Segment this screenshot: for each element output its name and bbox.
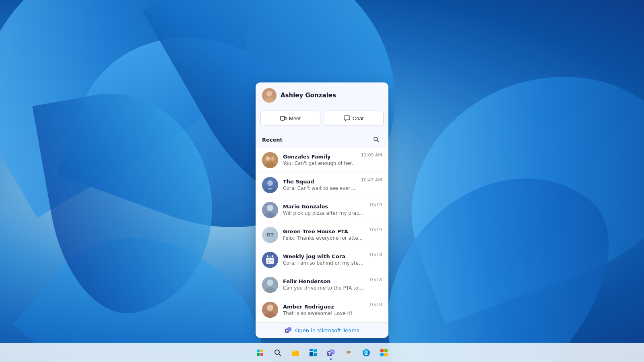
svg-rect-22 [268,260,269,261]
chat-preview: Felix: Thanks everyone for attending tod… [283,235,364,241]
svg-rect-43 [310,349,313,351]
chat-item-amber-rodriguez[interactable]: Amber Rodriguez That is so awesome! Love… [256,297,388,322]
svg-point-4 [374,137,378,141]
svg-text:T: T [328,352,331,356]
chat-content-mario-gonzales: Mario Gonzales Will pick up pizza after … [283,204,364,216]
chat-item-weekly-jog[interactable]: Weekly jog with Cora Cora: I am so behin… [256,247,388,272]
svg-point-49 [331,349,333,352]
svg-rect-56 [380,349,384,352]
svg-rect-53 [347,352,351,353]
panel-header: Ashley Gonzales [256,82,388,107]
svg-rect-37 [257,353,260,356]
taskbar: T [0,343,644,362]
chat-avatar-gonzales-family [262,152,278,168]
svg-rect-36 [260,350,263,352]
chat-item-the-squad[interactable]: The Squad Cora: Can't wait to see everyo… [256,173,388,197]
chat-content-felix-henderson: Felix Henderson Can you drive me to the … [283,278,364,291]
taskbar-icon-search[interactable] [270,345,286,361]
chat-name: Amber Rodriguez [283,304,364,310]
svg-point-15 [267,205,273,211]
chat-name: The Squad [283,179,356,185]
taskbar-icon-windows-start[interactable] [252,345,268,361]
chat-button[interactable]: Chat [324,111,384,126]
svg-rect-42 [292,350,295,352]
teams-chat-panel: Ashley Gonzales Meet Chat Recent [256,82,388,338]
svg-point-29 [267,304,273,311]
svg-rect-35 [257,350,260,352]
recent-label: Recent [262,137,283,143]
svg-point-33 [289,327,291,329]
chat-name: Weekly jog with Cora [283,253,364,259]
svg-point-39 [275,350,279,354]
svg-point-26 [267,280,273,286]
chat-item-mario-gonzales[interactable]: Mario Gonzales Will pick up pizza after … [256,197,388,222]
chat-name: Mario Gonzales [283,204,364,210]
chat-item-gonzales-family[interactable]: Gonzales Family You: Can't get enough of… [256,148,388,173]
action-buttons-row: Meet Chat [256,107,388,131]
svg-point-7 [266,156,270,160]
meet-icon [280,115,287,121]
taskbar-icon-files[interactable] [341,345,357,361]
svg-rect-13 [268,188,272,189]
taskbar-icon-store[interactable] [376,345,392,361]
chat-content-weekly-jog: Weekly jog with Cora Cora: I am so behin… [283,253,364,266]
recent-section-header: Recent [256,131,388,148]
chat-preview: Cora: I am so behind on my step goals. [283,260,364,266]
svg-rect-46 [314,353,317,356]
taskbar-icon-edge[interactable] [358,345,374,361]
svg-rect-3 [281,116,285,120]
svg-rect-24 [268,262,269,263]
svg-point-1 [266,91,272,97]
chat-content-green-tree-house: Green Tree House PTA Felix: Thanks every… [283,228,364,241]
chat-time: 10/18 [369,277,382,282]
chat-avatar-mario-gonzales [262,202,278,218]
taskbar-icon-teams[interactable]: T [323,345,339,361]
chat-preview: Can you drive me to the PTA today? [283,285,364,291]
svg-rect-54 [347,354,349,354]
chat-icon [344,115,350,121]
user-avatar [262,88,277,103]
svg-rect-58 [380,353,384,356]
svg-rect-23 [271,260,272,261]
svg-rect-57 [384,349,388,352]
taskbar-icon-file-explorer[interactable] [287,345,303,361]
search-recent-button[interactable] [371,134,382,145]
chat-avatar-weekly-jog [262,252,278,268]
taskbar-icon-widgets[interactable] [305,345,321,361]
open-in-teams-label: Open in Microsoft Teams [295,327,359,333]
svg-text:T: T [286,330,288,333]
svg-line-40 [279,354,281,356]
chat-time: 10/18 [369,252,382,257]
chat-name: Gonzales Family [283,154,356,160]
chat-list: Gonzales Family You: Can't get enough of… [256,148,388,322]
svg-rect-52 [347,351,351,352]
chat-preview: Cora: Can't wait to see everyone! [283,185,356,191]
chat-avatar-green-tree-house: GT [262,227,278,243]
teams-logo-icon: T [285,327,292,334]
user-name: Ashley Gonzales [281,92,336,99]
chat-content-amber-rodriguez: Amber Rodriguez That is so awesome! Love… [283,304,364,316]
chat-content-gonzales-family: Gonzales Family You: Can't get enough of… [283,154,356,166]
svg-rect-45 [310,352,313,356]
chat-content-the-squad: The Squad Cora: Can't wait to see everyo… [283,179,356,191]
chat-time: 10/19 [369,202,382,208]
svg-rect-38 [260,353,263,356]
meet-button[interactable]: Meet [260,111,320,126]
chat-item-green-tree-house[interactable]: GT Green Tree House PTA Felix: Thanks ev… [256,222,388,247]
chat-time: 11:09 AM [361,152,382,158]
open-in-teams-footer[interactable]: T Open in Microsoft Teams [256,322,388,338]
search-icon [373,136,380,143]
chat-item-felix-henderson[interactable]: Felix Henderson Can you drive me to the … [256,272,388,297]
svg-point-8 [270,156,275,160]
chat-avatar-amber-rodriguez [262,302,278,318]
svg-line-5 [377,140,379,142]
svg-rect-59 [384,353,388,356]
chat-name: Green Tree House PTA [283,228,364,234]
svg-point-11 [267,180,273,186]
chat-preview: You: Can't get enough of her. [283,160,356,166]
chat-preview: That is so awesome! Love it! [283,311,364,316]
chat-time: 10:47 AM [361,177,382,183]
chat-preview: Will pick up pizza after my practice. [283,210,364,216]
taskbar-icons: T [252,345,392,361]
chat-time: 10/18 [369,302,382,307]
